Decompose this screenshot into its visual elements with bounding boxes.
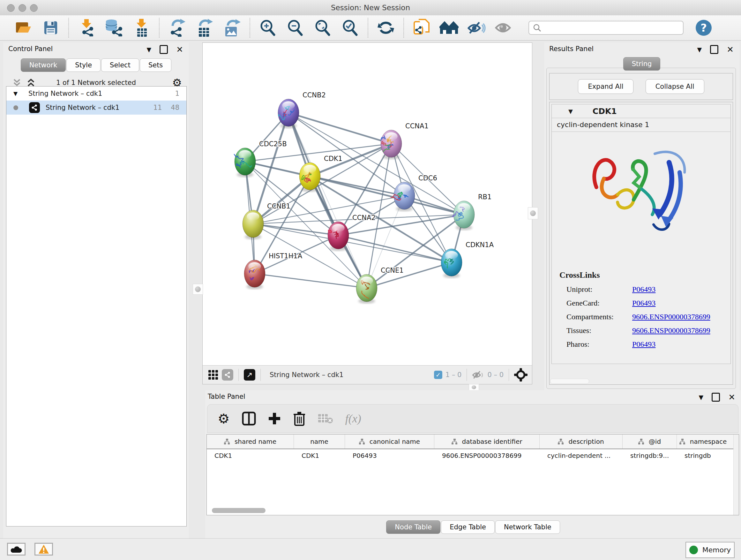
help-button[interactable]: ?: [696, 20, 712, 36]
table-vertical-scrollbar[interactable]: [733, 435, 739, 515]
node-table[interactable]: shared name name canonical name database…: [206, 434, 739, 515]
import-table-button[interactable]: [128, 17, 155, 39]
grid-view-icon[interactable]: [208, 369, 219, 380]
uniprot-link[interactable]: P06493: [632, 285, 656, 294]
network-collection-row[interactable]: ▼ String Network – cdk1 1: [6, 86, 186, 101]
tab-network-table[interactable]: Network Table: [495, 520, 560, 534]
network-node-CCNE1[interactable]: CCNE1: [356, 266, 404, 304]
birds-eye-view-icon[interactable]: [514, 368, 528, 381]
genecard-link[interactable]: P06493: [632, 299, 656, 307]
delete-column-trash-icon[interactable]: [293, 411, 306, 426]
panel-collapse-icon[interactable]: ▼: [147, 46, 151, 53]
network-edge-CCNB2-RB1[interactable]: [288, 113, 464, 214]
cell-namespace[interactable]: stringdb: [677, 452, 729, 459]
network-edge-HIST1H1A-CCNE1[interactable]: [255, 273, 367, 288]
left-splitter-handle[interactable]: [193, 284, 203, 295]
panel-float-icon[interactable]: [159, 45, 168, 54]
network-graph[interactable]: CCNB2CCNA1CDC25BCDK1CDC6RB1CCNB1CCNA2CDK…: [203, 43, 532, 365]
tab-style[interactable]: Style: [66, 58, 100, 72]
network-node-CDK1[interactable]: CDK1: [299, 155, 342, 192]
panel-collapse-icon[interactable]: ▼: [699, 394, 704, 401]
import-network-from-database-button[interactable]: [100, 17, 128, 39]
cloud-button[interactable]: [7, 543, 25, 556]
memory-button[interactable]: Memory: [685, 542, 735, 558]
hide-selected-button[interactable]: [463, 17, 490, 39]
cell-id[interactable]: stringdb:9...: [623, 452, 677, 459]
fullscreen-view-button[interactable]: ↗: [244, 369, 255, 381]
network-edge-CDKN1A-CCNE1[interactable]: [367, 262, 452, 288]
table-horizontal-scrollbar[interactable]: [212, 508, 266, 513]
network-node-RB1[interactable]: RB1: [453, 193, 492, 230]
cell-canonical-name[interactable]: P06493: [345, 452, 434, 459]
tab-network[interactable]: Network: [21, 58, 66, 72]
create-column-plus-icon[interactable]: [268, 412, 281, 425]
search-box[interactable]: [529, 21, 684, 35]
network-node-CDKN1A[interactable]: CDKN1A: [441, 241, 494, 278]
cell-database-identifier[interactable]: 9606.ENSP00000378699: [434, 452, 540, 459]
tab-sets[interactable]: Sets: [140, 58, 172, 72]
panel-close-icon[interactable]: ✕: [727, 46, 734, 53]
network-edge-CCNB2-CCNE1[interactable]: [288, 113, 367, 288]
tree-expand-icon[interactable]: ▼: [13, 90, 17, 97]
compartments-link[interactable]: 9606.ENSP00000378699: [632, 313, 711, 321]
panel-close-icon[interactable]: ✕: [728, 394, 735, 401]
selected-checkbox-icon[interactable]: ✓: [434, 371, 442, 379]
cell-shared-name[interactable]: CDK1: [207, 452, 294, 459]
table-settings-gear-icon[interactable]: ⚙: [218, 411, 230, 427]
tab-select[interactable]: Select: [101, 58, 139, 72]
fit-content-button[interactable]: [309, 17, 336, 39]
export-network-button[interactable]: [163, 17, 191, 39]
export-image-button[interactable]: [218, 17, 246, 39]
network-row[interactable]: String Network – cdk1 11 48: [6, 101, 186, 115]
search-input[interactable]: [541, 23, 677, 32]
tab-node-table[interactable]: Node Table: [386, 520, 441, 534]
zoom-in-button[interactable]: [254, 17, 281, 39]
warnings-button[interactable]: [35, 543, 53, 556]
panel-collapse-icon[interactable]: ▼: [697, 46, 702, 53]
column-header[interactable]: database identifier: [434, 435, 540, 449]
zoom-out-button[interactable]: [281, 17, 309, 39]
collapse-all-button[interactable]: Collapse All: [646, 79, 704, 94]
gene-card-header[interactable]: ▼ CDK1: [552, 105, 731, 118]
expand-all-button[interactable]: Expand All: [578, 79, 633, 94]
network-edge-CCNB2-CCNA1[interactable]: [288, 113, 391, 144]
column-header[interactable]: shared name: [207, 435, 294, 449]
panel-float-icon[interactable]: [710, 45, 718, 54]
gene-collapse-icon[interactable]: ▼: [568, 108, 573, 115]
import-network-button[interactable]: [73, 17, 100, 39]
network-badge-gray-icon[interactable]: [222, 369, 233, 381]
column-header[interactable]: name: [294, 435, 345, 449]
tab-string[interactable]: String: [623, 57, 661, 71]
right-splitter-handle[interactable]: [528, 207, 538, 219]
panel-float-icon[interactable]: [712, 393, 720, 401]
save-session-button[interactable]: [37, 17, 64, 39]
network-view-canvas[interactable]: CCNB2CCNA1CDC25BCDK1CDC6RB1CCNB1CCNA2CDK…: [202, 43, 532, 384]
cloud-icon: [10, 545, 22, 553]
network-edge-CCNA2-CDKN1A[interactable]: [338, 235, 452, 262]
column-header[interactable]: description: [540, 435, 623, 449]
column-header[interactable]: @id: [623, 435, 677, 449]
show-all-button[interactable]: [490, 17, 518, 39]
network-node-HIST1H1A[interactable]: HIST1H1A: [244, 252, 302, 289]
results-scroll-area[interactable]: ▼ CDK1 cyclin-dependent kinase 1: [549, 102, 733, 385]
tissues-link[interactable]: 9606.ENSP00000378699: [632, 326, 711, 335]
zoom-selected-button[interactable]: [336, 17, 364, 39]
cell-description[interactable]: cyclin-dependent ...: [540, 452, 623, 459]
tab-edge-table[interactable]: Edge Table: [441, 520, 495, 534]
pharos-link[interactable]: P06493: [632, 340, 656, 349]
column-header[interactable]: canonical name: [345, 435, 434, 449]
first-neighbors-button[interactable]: [435, 17, 463, 39]
table-row[interactable]: CDK1 CDK1 P06493 9606.ENSP00000378699 cy…: [207, 449, 739, 462]
results-horizontal-scrollbar[interactable]: [550, 379, 589, 384]
column-header[interactable]: namespace: [677, 435, 729, 449]
export-table-button[interactable]: [191, 17, 218, 39]
open-session-button[interactable]: [10, 17, 37, 39]
apply-layout-button[interactable]: [372, 17, 400, 39]
clone-network-button[interactable]: [408, 17, 435, 39]
panel-close-icon[interactable]: ✕: [176, 46, 183, 53]
show-columns-icon[interactable]: [242, 412, 256, 426]
network-node-CDC25B[interactable]: CDC25B: [234, 140, 287, 177]
bottom-splitter-handle[interactable]: [469, 384, 479, 390]
cell-name[interactable]: CDK1: [294, 452, 345, 459]
network-node-CCNA1[interactable]: CCNA1: [381, 122, 428, 159]
